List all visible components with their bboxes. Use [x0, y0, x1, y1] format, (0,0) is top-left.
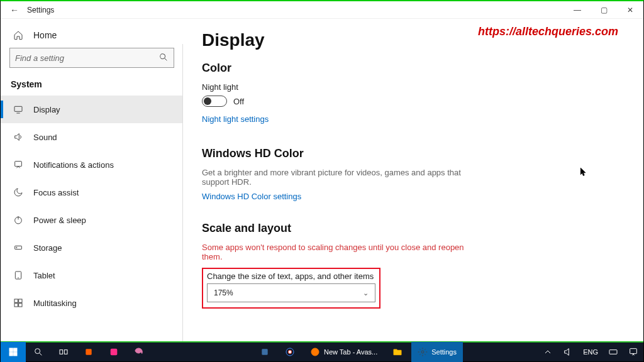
taskbar-app-2[interactable] — [101, 342, 126, 362]
tray-volume-icon[interactable] — [558, 342, 578, 362]
tray-keyboard-icon[interactable] — [603, 342, 623, 362]
svg-point-23 — [288, 350, 291, 353]
night-light-row: Off — [202, 96, 618, 107]
svg-rect-14 — [9, 353, 13, 356]
sidebar-item-notifications[interactable]: Notifications & actions — [1, 151, 183, 178]
night-light-label: Night light — [202, 82, 618, 92]
scale-select-value: 175% — [214, 288, 233, 297]
scale-select[interactable]: 175% ⌄ — [207, 283, 375, 302]
back-button[interactable]: ← — [7, 5, 22, 15]
power-icon — [12, 215, 25, 225]
taskbar-file-explorer[interactable] — [385, 342, 410, 362]
svg-rect-18 — [64, 350, 67, 354]
sidebar-category: System — [1, 77, 183, 96]
multitasking-icon — [12, 298, 25, 308]
night-light-settings-link[interactable]: Night light settings — [202, 114, 269, 124]
sidebar-item-tablet[interactable]: Tablet — [1, 261, 183, 289]
maximize-button[interactable]: ▢ — [591, 1, 617, 19]
window-body: Home System Display Sound — [1, 19, 643, 341]
sidebar-item-label: Notifications & actions — [33, 160, 114, 170]
sidebar-item-label: Storage — [33, 243, 62, 253]
scale-select-label: Change the size of text, apps, and other… — [207, 272, 375, 281]
home-icon — [12, 30, 25, 40]
taskbar-paint[interactable] — [126, 342, 152, 362]
sidebar-item-power[interactable]: Power & sleep — [1, 206, 183, 234]
svg-rect-8 — [14, 299, 18, 302]
chevron-down-icon: ⌄ — [363, 289, 369, 297]
svg-rect-17 — [60, 350, 63, 354]
svg-point-24 — [311, 348, 319, 356]
tablet-icon — [12, 270, 25, 280]
svg-rect-2 — [15, 162, 22, 167]
sidebar-item-label: Tablet — [33, 271, 55, 280]
sidebar: Home System Display Sound — [1, 19, 183, 341]
svg-point-25 — [421, 351, 424, 353]
sidebar-item-label: Sound — [33, 133, 57, 142]
storage-icon — [12, 243, 25, 253]
taskbar-item-avast[interactable]: New Tab - Avas... — [304, 343, 384, 361]
minimize-button[interactable]: — — [564, 1, 591, 19]
sidebar-item-label: Power & sleep — [33, 216, 86, 225]
close-button[interactable]: ✕ — [617, 1, 643, 19]
hd-color-desc: Get a brighter and more vibrant picture … — [202, 168, 479, 187]
taskbar-app-3[interactable] — [252, 342, 277, 362]
taskbar-item-settings[interactable]: Settings — [411, 342, 463, 362]
taskbar: New Tab - Avas... Settings ENG — [1, 341, 643, 361]
sidebar-item-focus-assist[interactable]: Focus assist — [1, 178, 183, 206]
avast-icon — [310, 347, 320, 357]
sidebar-item-sound[interactable]: Sound — [1, 123, 183, 151]
scale-select-highlight: Change the size of text, apps, and other… — [202, 268, 380, 309]
search-box[interactable] — [9, 48, 174, 68]
sidebar-nav: Display Sound Notifications & actions Fo… — [1, 96, 183, 317]
sidebar-item-multitasking[interactable]: Multitasking — [1, 289, 183, 317]
svg-rect-9 — [19, 299, 22, 302]
taskbar-search-button[interactable] — [26, 342, 51, 362]
taskbar-item-label: New Tab - Avas... — [324, 348, 377, 356]
svg-rect-13 — [14, 348, 17, 351]
svg-rect-11 — [19, 304, 22, 307]
sidebar-item-storage[interactable]: Storage — [1, 234, 183, 261]
search-input[interactable] — [15, 53, 158, 63]
tray-language[interactable]: ENG — [578, 342, 603, 362]
taskbar-item-label: Settings — [431, 348, 457, 356]
sidebar-item-label: Display — [33, 105, 60, 114]
titlebar: ← Settings — ▢ ✕ — [1, 1, 643, 19]
hd-color-settings-link[interactable]: Windows HD Color settings — [202, 192, 301, 201]
taskbar-chrome[interactable] — [277, 342, 303, 362]
tray-action-center-icon[interactable] — [623, 342, 643, 362]
settings-window: ← Settings — ▢ ✕ Home System — [0, 0, 644, 362]
focus-assist-icon — [12, 187, 25, 197]
svg-rect-12 — [9, 348, 13, 351]
night-light-state: Off — [233, 97, 244, 106]
svg-rect-21 — [262, 349, 267, 354]
display-icon — [12, 104, 25, 114]
svg-rect-19 — [86, 349, 91, 354]
svg-point-7 — [18, 278, 19, 278]
tray-chevron-up-icon[interactable] — [538, 342, 558, 362]
svg-rect-20 — [111, 349, 118, 356]
scale-warning: Some apps won't respond to scaling chang… — [202, 243, 479, 261]
svg-point-16 — [35, 349, 40, 354]
task-view-button[interactable] — [51, 342, 76, 362]
section-color: Color — [202, 62, 618, 75]
taskbar-app-1[interactable] — [76, 342, 101, 362]
watermark-url: https://alltechqueries.com — [478, 25, 618, 38]
svg-point-5 — [16, 247, 17, 248]
window-controls: — ▢ ✕ — [564, 1, 643, 19]
sidebar-home-label: Home — [33, 30, 57, 40]
gear-icon — [418, 347, 428, 357]
section-scale: Scale and layout — [202, 222, 618, 235]
svg-rect-1 — [14, 106, 22, 111]
cursor-icon — [579, 167, 588, 178]
svg-rect-27 — [630, 349, 637, 354]
search-icon — [158, 52, 169, 64]
sidebar-home[interactable]: Home — [1, 26, 183, 48]
svg-rect-10 — [14, 304, 18, 307]
sidebar-item-display[interactable]: Display — [1, 96, 183, 123]
sidebar-item-label: Multitasking — [33, 299, 77, 308]
sound-icon — [12, 132, 25, 142]
start-button[interactable] — [1, 342, 26, 362]
svg-rect-15 — [14, 353, 17, 356]
night-light-toggle[interactable] — [202, 96, 227, 107]
section-hd-color: Windows HD Color — [202, 147, 618, 160]
